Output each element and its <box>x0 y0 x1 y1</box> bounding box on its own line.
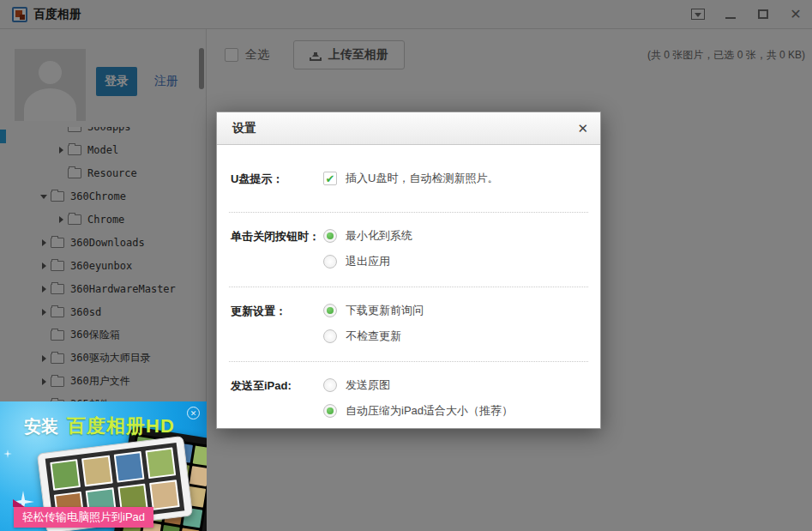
photo-thumbnail <box>81 456 112 486</box>
settings-row-label: U盘提示： <box>231 167 323 193</box>
sparkle-icon-small <box>3 450 12 458</box>
checkbox[interactable]: ✔ <box>323 172 337 185</box>
option-label: 退出应用 <box>346 254 390 269</box>
photo-thumbnail <box>160 525 180 531</box>
settings-option: ✔插入U盘时，自动检测新照片。 <box>323 167 498 190</box>
dialog-header: 设置 ✕ <box>217 112 600 145</box>
photo-thumbnail <box>113 451 144 482</box>
banner-headline: 安装 百度相册HD <box>24 413 175 439</box>
settings-option: 自动压缩为iPad适合大小（推荐） <box>323 400 513 422</box>
dialog-close-icon[interactable]: ✕ <box>577 121 588 136</box>
banner-product-text: 百度相册HD <box>67 413 175 439</box>
option-label: 下载更新前询问 <box>346 303 424 318</box>
settings-option: 不检查更新 <box>323 325 424 347</box>
photo-thumbnail <box>189 466 207 486</box>
settings-row-label: 单击关闭按钮时： <box>231 225 323 276</box>
banner-close-icon[interactable]: ✕ <box>187 407 200 419</box>
settings-option: 发送原图 <box>323 374 513 396</box>
photo-thumbnail <box>149 480 180 510</box>
settings-row: 单击关闭按钮时：最小化到系统退出应用 <box>229 213 588 287</box>
settings-row-label: 发送至iPad: <box>231 374 323 425</box>
settings-option: 最小化到系统 <box>323 225 412 247</box>
settings-row: U盘提示：✔插入U盘时，自动检测新照片。 <box>229 145 588 213</box>
photo-thumbnail <box>180 528 200 531</box>
option-label: 不检查更新 <box>346 329 401 344</box>
settings-options: 最小化到系统退出应用 <box>323 225 412 276</box>
dialog-body: U盘提示：✔插入U盘时，自动检测新照片。单击关闭按钮时：最小化到系统退出应用更新… <box>217 145 600 436</box>
radio-button[interactable] <box>323 404 337 418</box>
photo-thumbnail <box>193 446 207 467</box>
settings-row: 更新设置：下载更新前询问不检查更新 <box>229 287 588 362</box>
settings-option: 下载更新前询问 <box>323 299 424 322</box>
settings-row: 发送至iPad:发送原图自动压缩为iPad适合大小（推荐） <box>229 362 588 436</box>
radio-button[interactable] <box>323 378 337 392</box>
settings-options: 发送原图自动压缩为iPad适合大小（推荐） <box>323 374 513 425</box>
option-label: 发送原图 <box>346 377 390 393</box>
photo-thumbnail <box>50 459 81 490</box>
option-label: 插入U盘时，自动检测新照片。 <box>346 171 498 186</box>
settings-options: 下载更新前询问不检查更新 <box>323 299 424 351</box>
settings-dialog: 设置 ✕ U盘提示：✔插入U盘时，自动检测新照片。单击关闭按钮时：最小化到系统退… <box>216 112 601 429</box>
photo-thumbnail <box>145 447 176 478</box>
banner-install-text: 安装 <box>24 415 58 438</box>
option-label: 最小化到系统 <box>346 228 412 244</box>
banner-tagline-ribbon: 轻松传输电脑照片到iPad <box>14 507 153 528</box>
settings-row-label: 更新设置： <box>231 299 323 351</box>
radio-button[interactable] <box>323 304 337 317</box>
option-label: 自动压缩为iPad适合大小（推荐） <box>346 403 513 419</box>
radio-button[interactable] <box>323 255 337 269</box>
radio-button[interactable] <box>323 329 337 343</box>
ad-banner[interactable]: 安装 百度相册HD ✕ 轻松传输电脑照片到iPad <box>0 401 207 531</box>
settings-options: ✔插入U盘时，自动检测新照片。 <box>323 167 498 193</box>
radio-button[interactable] <box>323 229 337 243</box>
dialog-title: 设置 <box>232 121 256 136</box>
banner-tagline-text: 轻松传输电脑照片到iPad <box>22 510 145 525</box>
settings-option: 退出应用 <box>323 250 412 273</box>
